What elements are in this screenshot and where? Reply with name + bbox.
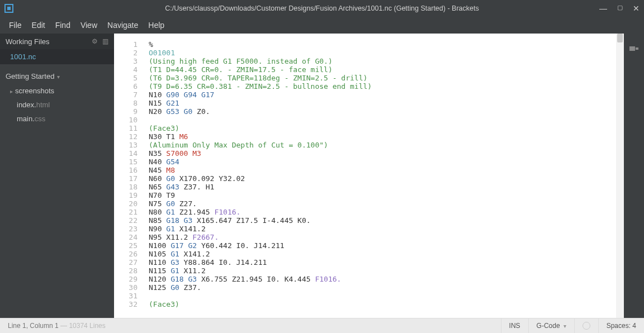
cursor-position[interactable]: Line 1, Column 1: [8, 322, 59, 330]
line-count: — 10374 Lines: [59, 322, 106, 330]
circle-icon: [583, 322, 590, 330]
file-main-css[interactable]: main.css: [0, 112, 114, 126]
menu-view[interactable]: View: [80, 21, 97, 30]
project-header[interactable]: Getting Started ▾: [0, 64, 114, 84]
menu-help[interactable]: Help: [148, 21, 164, 30]
menubar: File Edit Find View Navigate Help: [0, 17, 644, 34]
working-files-header[interactable]: Working Files ⚙ ▥: [0, 34, 114, 49]
line-gutter: 1234567891011121314151617181920212223242…: [114, 34, 143, 318]
menu-navigate[interactable]: Navigate: [107, 21, 138, 30]
vertical-scrollbar[interactable]: [616, 34, 624, 318]
app-icon: [4, 4, 13, 13]
window-title: C:/Users/claussp/Downloads/Customer Desi…: [165, 4, 479, 12]
project-label: Getting Started: [6, 72, 54, 80]
sidebar: Working Files ⚙ ▥ 1001.nc Getting Starte…: [0, 34, 114, 318]
menu-edit[interactable]: Edit: [32, 21, 45, 30]
extension-icon[interactable]: [629, 45, 639, 53]
code-area[interactable]: %O01001(Using high feed G1 F5000. instea…: [143, 34, 624, 318]
folder-screenshots[interactable]: ▸screenshots: [0, 84, 114, 98]
language-mode[interactable]: G-Code▾: [528, 318, 574, 334]
svg-rect-3: [636, 47, 638, 50]
gear-icon[interactable]: ⚙: [92, 37, 98, 45]
menu-find[interactable]: Find: [55, 21, 70, 30]
split-icon[interactable]: ▥: [102, 37, 108, 45]
menu-file[interactable]: File: [9, 21, 22, 30]
chevron-down-icon: ▾: [564, 323, 566, 329]
svg-rect-2: [629, 46, 635, 51]
working-files-label: Working Files: [6, 37, 92, 46]
svg-rect-1: [7, 7, 11, 10]
working-file-active[interactable]: 1001.nc: [0, 49, 114, 64]
chevron-down-icon: ▾: [55, 74, 60, 80]
titlebar: C:/Users/claussp/Downloads/Customer Desi…: [0, 0, 644, 17]
chevron-right-icon: ▸: [10, 88, 13, 94]
file-index-html[interactable]: index.html: [0, 98, 114, 112]
lint-status[interactable]: [574, 318, 598, 334]
editor[interactable]: 1234567891011121314151617181920212223242…: [114, 34, 624, 318]
minimize-button[interactable]: —: [599, 4, 607, 13]
insert-mode[interactable]: INS: [501, 318, 528, 334]
maximize-button[interactable]: ▢: [617, 4, 623, 13]
close-button[interactable]: ✕: [633, 4, 640, 13]
statusbar: Line 1, Column 1 — 10374 Lines INS G-Cod…: [0, 318, 644, 333]
indent-mode[interactable]: Spaces: 4: [598, 318, 644, 334]
window-controls: — ▢ ✕: [599, 4, 640, 13]
right-toolbar: [624, 34, 644, 318]
